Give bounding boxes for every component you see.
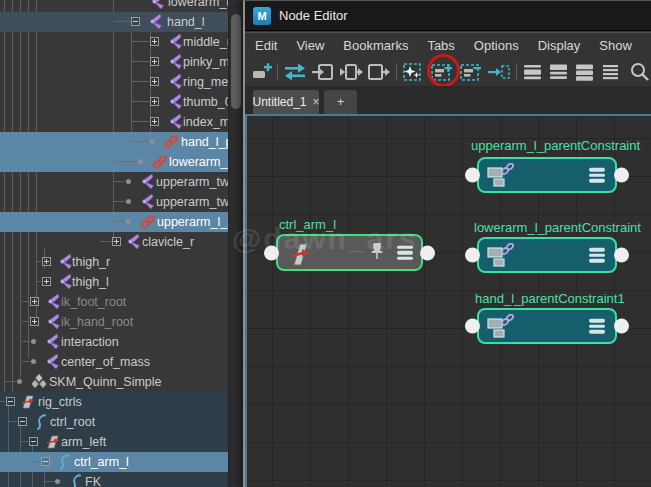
display-full-icon[interactable] — [573, 61, 597, 83]
collapse-toggle[interactable] — [18, 417, 27, 426]
menu-options[interactable]: Options — [474, 38, 519, 53]
outliner-row-pinky-me[interactable]: pinky_me — [0, 52, 228, 72]
constraint-icon — [152, 154, 168, 170]
new-tab-button[interactable]: + — [324, 90, 357, 114]
outliner-row-upperarm-twist-b[interactable]: upperarm_twi — [0, 192, 228, 212]
connect-selected-icon[interactable] — [487, 61, 511, 83]
output-port[interactable] — [614, 248, 629, 263]
expand-toggle[interactable] — [30, 297, 39, 306]
outliner-row-arm-left[interactable]: arm_left — [0, 432, 228, 452]
scrollbar-thumb[interactable] — [231, 14, 241, 109]
display-simple-icon[interactable] — [521, 61, 545, 83]
outliner-row-hand-l[interactable]: hand_l — [0, 12, 228, 32]
input-port[interactable] — [465, 168, 480, 183]
tree-elbow — [21, 441, 28, 442]
constraint-icon — [140, 214, 156, 230]
search-icon[interactable] — [628, 61, 651, 83]
outliner-row-ik-foot-root[interactable]: ik_foot_root — [0, 292, 228, 312]
graph-selection-icon[interactable] — [401, 61, 425, 83]
node-editor-window: M Node Editor Edit View Bookmarks Tabs O… — [243, 0, 651, 487]
input-port[interactable] — [264, 245, 279, 260]
expand-toggle[interactable] — [150, 97, 159, 106]
tree-elbow — [9, 421, 17, 422]
expand-toggle[interactable] — [42, 277, 51, 286]
outliner-scrollbar[interactable] — [228, 0, 243, 487]
expand-toggle[interactable] — [150, 117, 159, 126]
output-connections-icon[interactable] — [367, 61, 391, 83]
outliner-row-hand-l-parentconstraint[interactable]: hand_l_p — [0, 132, 228, 152]
tree-elbow — [114, 221, 125, 222]
leaf-dot — [150, 139, 155, 144]
node-lowerarm-l-parentconstraint[interactable] — [477, 237, 617, 273]
input-port[interactable] — [465, 319, 480, 334]
outliner-row-thigh-l[interactable]: thigh_l — [0, 272, 228, 292]
tree-elbow — [36, 261, 41, 262]
output-port[interactable] — [614, 168, 629, 183]
outliner-row-interaction[interactable]: interaction — [0, 332, 228, 352]
outliner-row-thigh-r[interactable]: thigh_r — [0, 252, 228, 272]
swap-connections-icon[interactable] — [283, 61, 307, 83]
node-hand-l-parentconstraint1[interactable] — [477, 308, 617, 344]
node-ctrl-arm-l[interactable] — [276, 234, 423, 271]
leaf-dot — [126, 199, 131, 204]
outliner-row-middle-m[interactable]: middle_m — [0, 32, 228, 52]
expand-toggle[interactable] — [150, 37, 159, 46]
input-port[interactable] — [465, 248, 480, 263]
outliner-row-center-of-mass[interactable]: center_of_mass — [0, 352, 228, 372]
outliner-row-upperarm-l-parentconstraint[interactable]: upperarm_l_p — [0, 212, 228, 232]
leaf-dot — [126, 179, 131, 184]
node-graph-canvas[interactable]: upperarm_l_parentConstraint ctrl_arm_l l… — [245, 114, 651, 487]
collapse-toggle[interactable] — [131, 17, 140, 26]
expand-toggle[interactable] — [150, 77, 159, 86]
window-title: Node Editor — [279, 8, 348, 23]
node-display-mode-icon[interactable] — [589, 168, 605, 183]
menu-bookmarks[interactable]: Bookmarks — [343, 38, 408, 53]
menu-show[interactable]: Show — [599, 38, 632, 53]
tree-elbow — [100, 241, 111, 242]
expand-toggle[interactable] — [150, 57, 159, 66]
outliner-row-lowerarm-t[interactable]: lowerarm_t — [0, 0, 228, 12]
tab-close-icon[interactable]: × — [313, 95, 320, 109]
menu-edit[interactable]: Edit — [255, 38, 277, 53]
outliner-row-clavicle-r[interactable]: clavicle_r — [0, 232, 228, 252]
tree-elbow — [5, 381, 16, 382]
expand-toggle[interactable] — [112, 237, 121, 246]
collapse-toggle[interactable] — [6, 397, 15, 406]
joint-icon — [168, 34, 184, 50]
node-upperarm-l-parentconstraint[interactable] — [477, 157, 617, 193]
outliner-row-ik-hand-root[interactable]: ik_hand_root — [0, 312, 228, 332]
tab-untitled-1[interactable]: Untitled_1 × — [253, 90, 319, 114]
outliner-row-ctrl-root[interactable]: ctrl_root — [0, 412, 228, 432]
pin-icon[interactable] — [369, 242, 385, 264]
menu-display[interactable]: Display — [538, 38, 581, 53]
outliner-row-skm-quinn-simple[interactable]: SKM_Quinn_Simple — [0, 372, 228, 392]
add-node-icon[interactable] — [250, 61, 274, 83]
display-custom-icon[interactable] — [599, 61, 623, 83]
display-connected-icon[interactable] — [547, 61, 571, 83]
menu-view[interactable]: View — [296, 38, 324, 53]
outliner-row-rig-ctrls[interactable]: rig_ctrls — [0, 392, 228, 412]
outliner-row-lowerarm-l-parentconstraint[interactable]: lowerarm_l — [0, 152, 228, 172]
node-display-mode-icon[interactable] — [589, 319, 605, 334]
output-port[interactable] — [420, 245, 435, 260]
transform-icon — [45, 434, 61, 450]
output-port[interactable] — [614, 319, 629, 334]
collapse-toggle[interactable] — [29, 437, 38, 446]
outliner-row-upperarm-twist-a[interactable]: upperarm_twi — [0, 172, 228, 192]
expand-toggle[interactable] — [30, 317, 39, 326]
input-connections-icon[interactable] — [311, 61, 335, 83]
add-nodes-to-graph-icon[interactable] — [430, 61, 454, 83]
node-display-mode-icon[interactable] — [397, 245, 413, 260]
outliner-row-fk[interactable]: FK — [0, 472, 228, 487]
title-bar[interactable]: M Node Editor — [245, 1, 651, 31]
menu-tabs[interactable]: Tabs — [427, 38, 454, 53]
outliner-row-index-me[interactable]: index_me — [0, 112, 228, 132]
input-output-connections-icon[interactable] — [339, 61, 363, 83]
node-display-mode-icon[interactable] — [589, 248, 605, 263]
collapse-toggle[interactable] — [41, 457, 50, 466]
outliner-row-thumb-0[interactable]: thumb_0 — [0, 92, 228, 112]
remove-nodes-from-graph-icon[interactable] — [459, 61, 483, 83]
outliner-row-ring-met[interactable]: ring_met — [0, 72, 228, 92]
expand-toggle[interactable] — [42, 257, 51, 266]
outliner-row-ctrl-arm-l[interactable]: ctrl_arm_l — [0, 452, 228, 472]
